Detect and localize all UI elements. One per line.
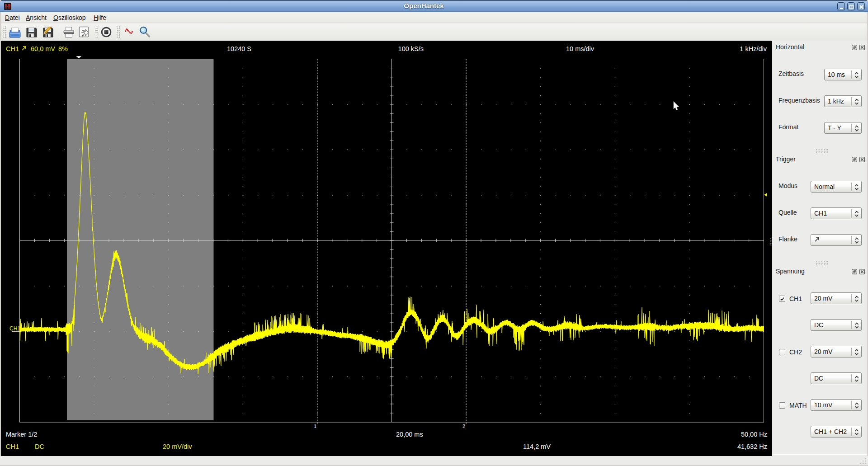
svg-text:41,632 Hz: 41,632 Hz — [737, 443, 767, 450]
svg-text:Marker 1/2: Marker 1/2 — [6, 431, 37, 438]
svg-text:20 mV/div: 20 mV/div — [163, 443, 192, 450]
svg-text:CH1: CH1 — [6, 45, 19, 52]
svg-text:10240 S: 10240 S — [227, 45, 251, 52]
svg-text:CH1: CH1 — [6, 443, 19, 450]
svg-text:50,00 Hz: 50,00 Hz — [741, 431, 767, 438]
svg-text:DC: DC — [35, 443, 44, 450]
svg-text:1: 1 — [314, 424, 316, 429]
svg-text:10 ms/div: 10 ms/div — [566, 45, 594, 52]
svg-text:8%: 8% — [58, 45, 68, 52]
svg-text:20,00 ms: 20,00 ms — [396, 431, 423, 438]
svg-text:60,0 mV: 60,0 mV — [31, 45, 55, 52]
svg-text:CH1: CH1 — [9, 325, 20, 332]
svg-text:114,2 mV: 114,2 mV — [523, 443, 551, 450]
svg-text:100 kS/s: 100 kS/s — [398, 45, 424, 52]
svg-text:2: 2 — [462, 424, 465, 429]
svg-text:1 kHz/div: 1 kHz/div — [740, 45, 767, 52]
